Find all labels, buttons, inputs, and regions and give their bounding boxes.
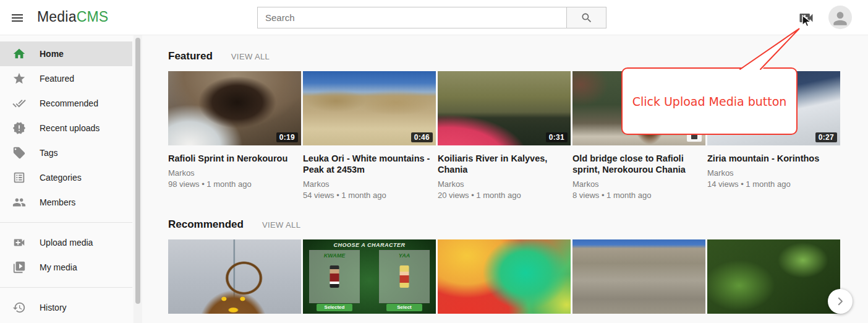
media-meta: 8 views • 1 month ago [572,191,705,200]
duration-badge: 0:31 [546,132,568,142]
media-author[interactable]: Markos [303,179,436,189]
sidebar-item-label: Members [40,197,75,207]
media-title: Old bridge close to Rafioli sprint, Nero… [572,153,705,175]
featured-view-all-link[interactable]: VIEW ALL [231,52,270,61]
media-author[interactable]: Markos [572,179,705,189]
logo-media-text: Media [37,9,77,25]
sidebar-item-members[interactable]: Members [0,190,132,215]
mediacms-logo[interactable]: MediaCMS [37,9,108,25]
callout-text: Click Upload Media button [632,95,787,108]
categories-icon [12,171,26,184]
media-card[interactable]: 0:31 Koiliaris River in Kalyves, Chania … [438,71,571,200]
chevron-right-icon [835,296,846,307]
media-meta: 14 views • 1 month ago [707,179,840,189]
recommended-view-all-link[interactable]: VIEW ALL [262,220,300,230]
sidebar-item-label: Featured [40,74,74,84]
sidebar-item-label: My media [40,262,77,272]
sidebar-item-recommended[interactable]: Recommended [0,91,132,116]
sidebar-item-label: Home [40,49,64,59]
game-character-sprite [330,265,339,288]
search-button[interactable] [567,7,606,28]
done-all-icon [12,97,26,110]
game-character-name: KWAME [310,252,359,259]
people-icon [12,196,26,209]
media-title: Leuka Ori - White mountains - Peak at 24… [303,153,436,175]
mouse-cursor [802,15,814,28]
media-card[interactable] [168,239,301,314]
media-meta: 98 views • 1 month ago [168,179,301,189]
duration-badge: 0:46 [411,132,433,142]
sidebar: Home Featured Recommended Recent uploads… [0,35,132,323]
media-card[interactable] [438,239,571,314]
media-author[interactable]: Markos [438,179,571,189]
duration-badge: 0:27 [815,132,837,142]
sidebar-scrollbar-track [134,35,142,323]
game-thumb-heading: CHOOSE A CHARACTER [303,242,436,248]
media-title: Ziria mountain - Korinthos [707,153,840,164]
sidebar-item-label: Tags [40,148,58,158]
sidebar-item-home[interactable]: Home [0,41,132,66]
media-card[interactable]: CHOOSE A CHARACTER KWAME Selected YAA Se… [303,239,436,314]
game-selected-button: Selected [317,304,352,311]
media-author[interactable]: Markos [168,168,301,178]
sidebar-item-label: Categories [40,173,82,183]
logo-cms-text: CMS [77,9,109,25]
media-title: Rafioli Sprint in Nerokourou [168,153,301,164]
video-thumbnail[interactable] [168,239,301,314]
game-character-panel: KWAME Selected [309,250,360,303]
video-thumbnail[interactable]: 0:31 [438,71,571,145]
video-thumbnail[interactable] [438,239,571,314]
carousel-next-button[interactable] [828,289,853,314]
recommended-cards-row: CHOOSE A CHARACTER KWAME Selected YAA Se… [168,239,868,314]
video-call-icon [12,236,26,249]
sidebar-item-recent-uploads[interactable]: Recent uploads [0,116,132,140]
recommended-section-header: Recommended VIEW ALL [168,218,868,231]
game-character-name: YAA [380,252,429,259]
sidebar-item-categories[interactable]: Categories [0,165,132,190]
video-thumbnail[interactable]: CHOOSE A CHARACTER KWAME Selected YAA Se… [303,239,436,314]
home-icon [12,47,26,61]
callout-tail-pointer [730,25,810,71]
sidebar-item-upload-media[interactable]: Upload media [0,230,132,255]
media-meta: 54 views • 1 month ago [303,191,436,200]
media-card[interactable]: 0:46 Leuka Ori - White mountains - Peak … [303,71,436,200]
game-character-sprite [400,265,409,288]
hamburger-menu-icon[interactable] [9,10,26,26]
video-library-icon [12,261,26,274]
video-thumbnail[interactable]: 0:46 [303,71,436,145]
sidebar-item-history[interactable]: History [0,295,132,320]
game-select-button: Select [386,304,422,311]
search-icon [581,12,593,24]
duration-badge: 0:19 [276,132,298,142]
media-card[interactable] [707,239,840,314]
user-avatar[interactable] [828,6,852,29]
sidebar-divider [0,287,132,288]
sidebar-item-my-media[interactable]: My media [0,255,132,280]
media-meta: 20 views • 1 month ago [438,191,571,200]
sidebar-item-label: Recommended [40,98,98,108]
sidebar-item-label: Recent uploads [40,123,100,133]
video-thumbnail[interactable]: 0:19 [168,71,301,145]
new-releases-icon [12,121,26,135]
video-thumbnail[interactable] [572,239,705,314]
search-input[interactable] [257,7,567,28]
sidebar-item-label: History [40,303,67,312]
history-icon [12,301,26,314]
search-bar [257,7,606,28]
tag-icon [12,146,26,160]
star-icon [12,72,26,85]
sidebar-item-tags[interactable]: Tags [0,140,132,165]
media-title: Koiliaris River in Kalyves, Chania [438,153,571,175]
media-card[interactable]: 0:19 Rafioli Sprint in Nerokourou Markos… [168,71,301,200]
media-card[interactable] [572,239,705,314]
video-thumbnail[interactable] [707,239,840,314]
person-icon [830,9,850,28]
tutorial-callout-bubble: Click Upload Media button [621,67,798,135]
game-thumb-panels: KWAME Selected YAA Select [309,250,430,314]
sidebar-scrollbar-thumb[interactable] [135,38,140,304]
section-title: Recommended [168,218,244,231]
section-title: Featured [168,50,213,62]
media-author[interactable]: Markos [707,168,840,178]
game-character-panel: YAA Select [379,250,430,303]
sidebar-item-featured[interactable]: Featured [0,66,132,91]
